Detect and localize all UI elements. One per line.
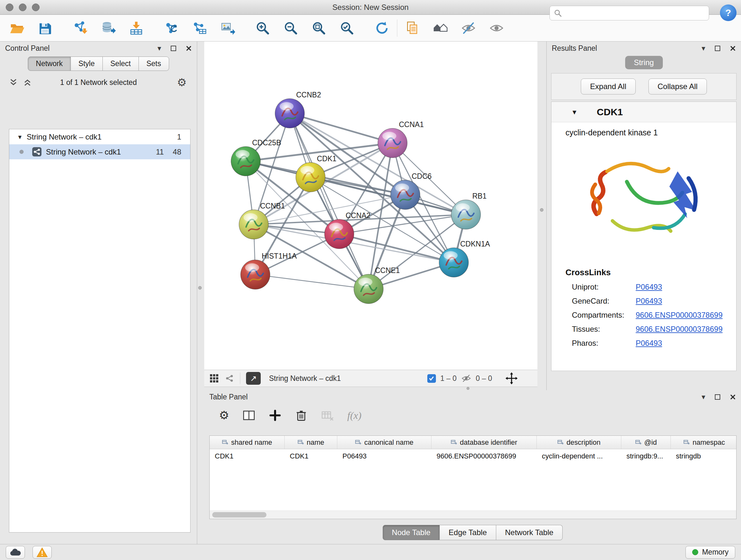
close-panel-icon[interactable] bbox=[186, 45, 192, 51]
detach-view-button[interactable]: ↗ bbox=[246, 372, 261, 385]
float-panel-icon[interactable] bbox=[715, 46, 720, 51]
tab-sets[interactable]: Sets bbox=[139, 57, 169, 71]
network-node-CCNA2[interactable] bbox=[325, 219, 354, 249]
collapse-all-button[interactable]: Collapse All bbox=[649, 78, 707, 95]
show-columns-icon[interactable] bbox=[243, 409, 255, 422]
string-tab-badge[interactable]: String bbox=[625, 56, 663, 69]
search-input[interactable] bbox=[565, 9, 705, 17]
open-session-button[interactable] bbox=[8, 19, 26, 37]
cloud-button[interactable] bbox=[6, 546, 25, 559]
new-network-table-button[interactable] bbox=[190, 19, 209, 37]
collapse-panel-icon[interactable]: ▾ bbox=[701, 45, 705, 52]
zoom-in-button[interactable] bbox=[253, 19, 272, 37]
pan-crosshair-icon[interactable] bbox=[506, 372, 518, 384]
save-session-button[interactable] bbox=[36, 19, 54, 37]
network-node-CCNA1[interactable] bbox=[378, 128, 407, 158]
show-all-button[interactable] bbox=[487, 19, 506, 37]
float-panel-icon[interactable] bbox=[171, 46, 176, 51]
zoom-fit-button[interactable] bbox=[310, 19, 328, 37]
tab-node-table[interactable]: Node Table bbox=[383, 525, 440, 540]
column-header[interactable]: name bbox=[285, 436, 337, 449]
tab-edge-table[interactable]: Edge Table bbox=[440, 525, 496, 540]
collapse-panel-icon[interactable]: ▾ bbox=[701, 393, 705, 401]
copy-button[interactable] bbox=[403, 19, 421, 37]
network-edge[interactable] bbox=[255, 274, 368, 289]
zoom-selected-button[interactable] bbox=[338, 19, 356, 37]
column-header[interactable]: description bbox=[537, 436, 621, 449]
tree-expand-icon[interactable]: ▾ bbox=[18, 133, 22, 141]
tab-select[interactable]: Select bbox=[103, 57, 139, 71]
collapse-panel-icon[interactable]: ▾ bbox=[157, 45, 161, 52]
table-row[interactable]: CDK1 CDK1 P06493 9606.ENSP00000378699 cy… bbox=[210, 449, 736, 463]
zoom-out-button[interactable] bbox=[281, 19, 300, 37]
gear-icon[interactable]: ⚙ bbox=[177, 76, 187, 89]
column-header[interactable]: canonical name bbox=[337, 436, 431, 449]
uniprot-link[interactable]: P06493 bbox=[636, 283, 662, 292]
network-row[interactable]: String Network – cdk1 11 48 bbox=[9, 144, 190, 159]
left-splitter-handle[interactable] bbox=[198, 286, 202, 290]
tissues-link[interactable]: 9606.ENSP00000378699 bbox=[636, 325, 723, 334]
tab-style[interactable]: Style bbox=[71, 57, 103, 71]
grid-view-icon[interactable] bbox=[209, 374, 219, 383]
network-node-RB1[interactable] bbox=[451, 200, 481, 229]
close-panel-icon[interactable] bbox=[730, 45, 736, 51]
network-node-CDK1[interactable] bbox=[296, 163, 325, 192]
delete-column-trash-icon[interactable] bbox=[295, 409, 308, 422]
network-node-CDC25B[interactable] bbox=[231, 146, 260, 176]
apply-layout-button[interactable] bbox=[431, 19, 450, 37]
tab-network-table[interactable]: Network Table bbox=[496, 525, 563, 540]
tab-network[interactable]: Network bbox=[28, 57, 71, 71]
add-column-plus-icon[interactable] bbox=[269, 409, 281, 422]
genecard-link[interactable]: P06493 bbox=[636, 297, 662, 306]
column-header[interactable]: namespac bbox=[671, 436, 737, 449]
compartments-link[interactable]: 9606.ENSP00000378699 bbox=[636, 311, 723, 320]
network-node-CDKN1A[interactable] bbox=[439, 248, 468, 277]
memory-button[interactable]: Memory bbox=[685, 546, 735, 559]
network-collection-row[interactable]: ▾ String Network – cdk1 1 bbox=[9, 129, 190, 144]
network-canvas[interactable]: CCNB2CCNA1CDC25BCDK1CDC6RB1CCNB1CCNA2CDK… bbox=[204, 42, 537, 370]
expand-all-button[interactable]: Expand All bbox=[581, 78, 635, 95]
network-node-CCNB2[interactable] bbox=[275, 99, 305, 128]
export-image-button[interactable] bbox=[218, 19, 237, 37]
protein-structure-image bbox=[576, 140, 713, 259]
new-network-icon bbox=[164, 20, 179, 36]
import-table-file-button[interactable] bbox=[127, 19, 145, 37]
results-panel-header: Results Panel ▾ bbox=[547, 42, 741, 55]
close-panel-icon[interactable] bbox=[730, 394, 736, 400]
network-collection-count: 1 bbox=[177, 132, 181, 141]
question-mark-icon: ? bbox=[725, 7, 731, 18]
hidden-eye-slash-icon[interactable] bbox=[461, 373, 471, 383]
refresh-view-button[interactable] bbox=[373, 19, 391, 37]
network-node-CCNB1[interactable] bbox=[239, 210, 268, 239]
hide-selected-button[interactable] bbox=[459, 19, 478, 37]
new-network-button[interactable] bbox=[162, 19, 181, 37]
help-button[interactable]: ? bbox=[720, 4, 737, 21]
node-label-CCNA2: CCNA2 bbox=[346, 211, 370, 220]
toolbar-search bbox=[549, 6, 709, 20]
network-node-HIST1H1A[interactable] bbox=[241, 260, 270, 289]
table-settings-gear-icon[interactable]: ⚙ bbox=[219, 410, 229, 421]
network-node-CDC6[interactable] bbox=[391, 180, 420, 209]
bottom-splitter-handle[interactable] bbox=[467, 387, 469, 390]
column-header[interactable]: @id bbox=[621, 436, 671, 449]
eye-slash-icon bbox=[461, 20, 476, 36]
protein-entry-header[interactable]: ▾ CDK1 bbox=[551, 102, 736, 122]
selected-checkbox[interactable] bbox=[427, 374, 436, 383]
network-edge[interactable] bbox=[290, 113, 368, 289]
import-network-file-button[interactable] bbox=[71, 19, 89, 37]
horizontal-scrollbar[interactable] bbox=[210, 510, 736, 519]
selected-count: 1 – 0 bbox=[441, 374, 457, 383]
float-panel-icon[interactable] bbox=[715, 394, 720, 400]
right-splitter-handle[interactable] bbox=[540, 208, 543, 212]
node-label-CCNA1: CCNA1 bbox=[399, 120, 424, 129]
column-header[interactable]: database identifier bbox=[431, 436, 537, 449]
network-node-CCNE1[interactable] bbox=[354, 274, 383, 304]
import-network-database-button[interactable] bbox=[99, 19, 118, 37]
network-share-icon[interactable] bbox=[225, 374, 234, 383]
entry-expand-icon[interactable]: ▾ bbox=[572, 108, 576, 117]
scrollbar-thumb[interactable] bbox=[212, 512, 266, 517]
warnings-button[interactable] bbox=[32, 546, 52, 559]
column-header[interactable]: shared name bbox=[210, 436, 285, 449]
table-panel-title: Table Panel bbox=[209, 393, 248, 401]
pharos-link[interactable]: P06493 bbox=[636, 339, 662, 348]
